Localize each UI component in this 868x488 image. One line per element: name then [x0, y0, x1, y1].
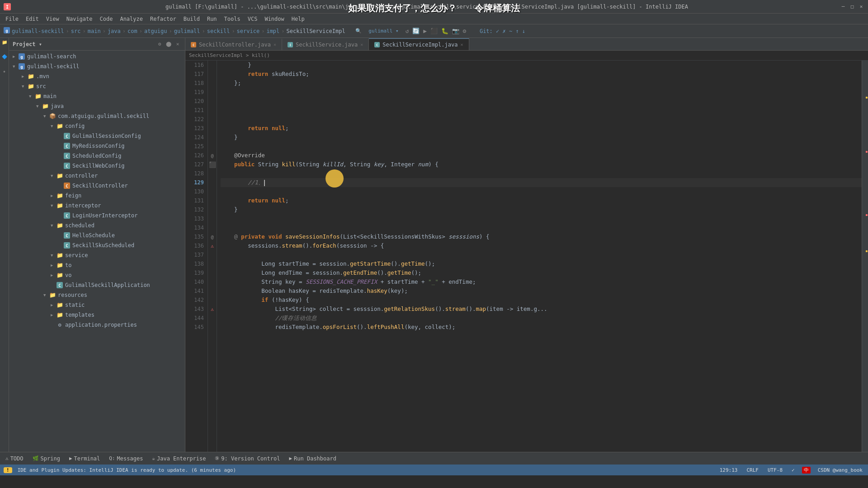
- nav-main[interactable]: main: [88, 28, 101, 34]
- svg-text:C: C: [66, 244, 68, 248]
- maximize-button[interactable]: □: [849, 4, 855, 10]
- code-line-139: Long endTime = sesssion.getEndTime().get…: [221, 268, 862, 277]
- nav-service[interactable]: service: [237, 28, 260, 34]
- structure-icon-btn[interactable]: 🔷: [1, 54, 8, 61]
- panel-action-2[interactable]: ⬤: [165, 41, 172, 48]
- svg-text:C: C: [376, 43, 378, 47]
- terminal-icon: ▶: [69, 455, 72, 461]
- menu-run[interactable]: Run: [203, 15, 221, 23]
- tree-item-hello-schedule[interactable]: ▶ C HelloSchedule: [9, 230, 185, 240]
- tree-item-seckill-web-config[interactable]: ▶ C SeckillWebConfig: [9, 161, 185, 171]
- window-controls: ─ □ ✕: [840, 4, 864, 10]
- nav-impl[interactable]: impl: [266, 28, 279, 34]
- tree-item-templates[interactable]: ▶ 📁 templates: [9, 310, 185, 320]
- menu-vcs[interactable]: VCS: [244, 15, 261, 23]
- menu-refactor[interactable]: Refactor: [146, 15, 180, 23]
- menu-tools[interactable]: Tools: [221, 15, 244, 23]
- tree-item-vo[interactable]: ▶ 📁 vo: [9, 270, 185, 280]
- code-line-129: //1、: [221, 178, 862, 187]
- project-tree: ▶ g gulimall-search ▼ g gulimall-seckill…: [9, 51, 185, 452]
- editor-breadcrumb: SeckillServiceImpl > kill(): [185, 51, 868, 61]
- toolbar-spring[interactable]: 🌿 Spring: [31, 455, 62, 463]
- favorites-icon-btn[interactable]: ★: [1, 69, 8, 76]
- tab-close-service[interactable]: ✕: [360, 42, 363, 47]
- nav-src[interactable]: src: [71, 28, 81, 34]
- status-crlf[interactable]: CRLF: [745, 467, 760, 473]
- status-warning[interactable]: !: [4, 467, 12, 473]
- tree-item-gulimall-seckill[interactable]: ▼ g gulimall-seckill: [9, 61, 185, 71]
- tab-close-controller[interactable]: ✕: [274, 42, 276, 47]
- tree-item-package[interactable]: ▼ 📦 com.atguigu.gulimall.seckill: [9, 111, 185, 121]
- menu-help[interactable]: Help: [288, 15, 308, 23]
- toolbar-run-dashboard[interactable]: ▶ Run Dashboard: [287, 455, 338, 463]
- java-file-icon-5: C: [63, 212, 71, 219]
- code-line-123: return null;: [221, 124, 862, 133]
- tree-item-feign[interactable]: ▶ 📁 feign: [9, 191, 185, 201]
- tree-item-mvn[interactable]: ▶ 📁 .mvn: [9, 71, 185, 81]
- tree-item-seckill-controller[interactable]: ▶ C SeckillController: [9, 181, 185, 191]
- menu-navigate[interactable]: Navigate: [63, 15, 96, 23]
- menu-build[interactable]: Build: [180, 15, 203, 23]
- tab-seckill-service[interactable]: I SeckillService.java ✕: [282, 38, 369, 50]
- menu-analyze[interactable]: Analyze: [116, 15, 146, 23]
- nav-seckill[interactable]: seckill: [207, 28, 230, 34]
- tree-item-my-redisson-config[interactable]: ▶ C MyRedissonConfig: [9, 141, 185, 151]
- code-line-138: Long startTime = sesssion.getStartTime()…: [221, 259, 862, 268]
- menu-view[interactable]: View: [42, 15, 63, 23]
- menu-code[interactable]: Code: [96, 15, 117, 23]
- tree-item-gulimall-session-config[interactable]: ▶ C GulimallSessionConfig: [9, 131, 185, 141]
- status-encoding[interactable]: UTF-8: [766, 467, 784, 473]
- project-icon-btn[interactable]: 📁: [1, 40, 8, 47]
- right-error-panel: [862, 61, 868, 452]
- tree-item-src[interactable]: ▼ 📁 src: [9, 81, 185, 91]
- toolbar-terminal[interactable]: ▶ Terminal: [67, 455, 102, 463]
- code-content[interactable]: } return skuRedisTo; }; return null; } @…: [217, 61, 862, 452]
- menu-bar: File Edit View Navigate Code Analyze Ref…: [0, 14, 868, 24]
- tree-item-static[interactable]: ▶ 📁 static: [9, 300, 185, 310]
- toolbar-todo[interactable]: ⚠ TODO: [4, 455, 25, 463]
- svg-text:C: C: [66, 134, 68, 139]
- tree-item-resources[interactable]: ▼ 📁 resources: [9, 290, 185, 300]
- tab-close-impl[interactable]: ✕: [460, 42, 463, 47]
- status-chinese-input[interactable]: 中: [802, 467, 811, 474]
- toolbar-java-enterprise[interactable]: ☕ Java Enterprise: [150, 455, 208, 463]
- tree-item-gulimall-search[interactable]: ▶ g gulimall-search: [9, 52, 185, 61]
- menu-file[interactable]: File: [2, 15, 22, 23]
- panel-action-1[interactable]: ⚙: [156, 41, 163, 48]
- nav-com[interactable]: com: [127, 28, 137, 34]
- tree-item-interceptor[interactable]: ▼ 📁 interceptor: [9, 201, 185, 211]
- tree-item-controller[interactable]: ▼ 📁 controller: [9, 171, 185, 181]
- java-file-icon-6: C: [63, 232, 71, 239]
- nav-java[interactable]: java: [108, 28, 121, 34]
- tree-item-seckill-sku-scheduled[interactable]: ▶ C SeckillSkuScheduled: [9, 240, 185, 250]
- bottom-toolbar: ⚠ TODO 🌿 Spring ▶ Terminal Q: Messages ☕…: [0, 452, 868, 465]
- close-button[interactable]: ✕: [858, 4, 864, 10]
- tree-item-java[interactable]: ▼ 📁 java: [9, 101, 185, 111]
- tree-item-gulimall-seckill-application[interactable]: ▶ C GulimallSeckillApplication: [9, 280, 185, 290]
- tree-item-app-properties[interactable]: ▶ ⚙ application.properties: [9, 320, 185, 330]
- minimize-button[interactable]: ─: [840, 4, 846, 10]
- nav-project[interactable]: gulimall-seckill: [12, 28, 64, 34]
- tree-item-main[interactable]: ▼ 📁 main: [9, 91, 185, 101]
- toolbar-messages[interactable]: Q: Messages: [107, 455, 145, 463]
- panel-close[interactable]: ✕: [174, 41, 181, 48]
- code-editor[interactable]: 116 117 118 119 120 121 122 123 124 125 …: [185, 61, 868, 452]
- nav-gulimall[interactable]: gulimall: [174, 28, 200, 34]
- tab-seckill-controller[interactable]: C SeckillController.java ✕: [185, 38, 282, 50]
- code-line-132: }: [221, 205, 862, 214]
- toolbar-version-control[interactable]: ⑨ 9: Version Control: [213, 455, 282, 463]
- java-file-icon-2: C: [63, 142, 71, 150]
- tab-seckill-service-impl[interactable]: C SeckillServiceImpl.java ✕: [369, 38, 469, 50]
- menu-edit[interactable]: Edit: [22, 15, 42, 23]
- status-position[interactable]: 129:13: [718, 467, 740, 473]
- tree-item-login-user-interceptor[interactable]: ▶ C LoginUserInterceptor: [9, 211, 185, 221]
- messages-icon: Q:: [109, 455, 115, 461]
- nav-atguigu[interactable]: atguigu: [144, 28, 167, 34]
- tree-item-config[interactable]: ▼ 📁 config: [9, 121, 185, 131]
- tree-item-to[interactable]: ▶ 📁 to: [9, 260, 185, 270]
- tree-item-scheduled-config[interactable]: ▶ C ScheduledConfig: [9, 151, 185, 161]
- tree-item-service[interactable]: ▼ 📁 service: [9, 250, 185, 260]
- svg-text:g: g: [20, 55, 23, 59]
- menu-window[interactable]: Window: [261, 15, 288, 23]
- tree-item-scheduled[interactable]: ▼ 📁 scheduled: [9, 221, 185, 230]
